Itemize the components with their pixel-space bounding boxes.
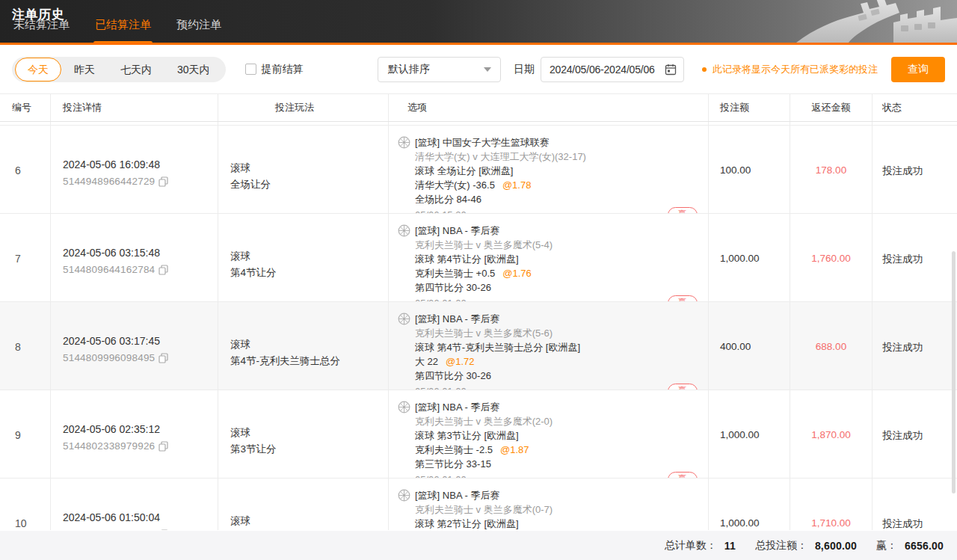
- summary-total-stake: 总投注额： 8,600.00: [755, 539, 857, 553]
- bet-time: 2024-05-06 03:17:45: [63, 335, 218, 347]
- cell-play: 滚球 全场让分: [218, 126, 389, 213]
- cell-status: 投注成功: [873, 214, 957, 301]
- result-badge: 赢: [668, 207, 698, 213]
- play-market: 第2节让分: [230, 529, 388, 530]
- cell-stake: 1,000.00: [709, 479, 790, 530]
- play-market: 第4节让分: [230, 265, 388, 281]
- play-type: 滚球: [230, 513, 388, 529]
- match-teams: 克利夫兰骑士 v 奥兰多魔术(0-7): [415, 502, 698, 517]
- summary-stake-value: 8,600.00: [815, 540, 857, 552]
- copy-icon[interactable]: [159, 353, 168, 363]
- great-wall-decoration: [781, 0, 957, 43]
- vertical-scrollbar[interactable]: [952, 251, 956, 493]
- play-type: 滚球: [230, 336, 388, 353]
- date-range-input[interactable]: 2024/05/06-2024/05/06: [541, 57, 684, 82]
- col-header-status: 状态: [873, 94, 957, 121]
- notice-dot: [702, 67, 707, 72]
- league-name: [篮球] NBA - 季后赛: [415, 312, 499, 326]
- match-score: 全场比分 84-46: [415, 192, 698, 206]
- cell-stake: 100.00: [709, 126, 790, 213]
- play-type: 滚球: [230, 425, 388, 441]
- sort-select-value: 默认排序: [388, 63, 430, 76]
- tab-reserved[interactable]: 预约注单: [175, 18, 223, 38]
- cell-payout: 1,760.00: [790, 214, 873, 301]
- bet-pick: 大 22: [415, 356, 438, 367]
- quick-filter-30days[interactable]: 30天内: [164, 58, 223, 81]
- order-history-page: 注单历史 未结算注单 已结算注单 预约注单 今天 昨天 七天内 30天内 提前结…: [0, 0, 957, 560]
- cell-payout: 688.00: [790, 302, 873, 390]
- play-market: 全场让分: [230, 176, 388, 193]
- league-name: [篮球] 中国女子大学生篮球联赛: [415, 135, 550, 150]
- match-score: 第三节比分 33-15: [415, 457, 698, 471]
- cell-stake: 1,000.00: [709, 390, 790, 478]
- bet-market: 滚球 全场让分 [欧洲盘]: [415, 164, 698, 178]
- sort-select[interactable]: 默认排序: [378, 57, 501, 82]
- bet-market: 滚球 第3节让分 [欧洲盘]: [415, 428, 698, 443]
- match-time: 05/06 01:00: [415, 473, 467, 478]
- summary-win: 赢： 6656.00: [876, 539, 944, 553]
- basketball-icon: [398, 489, 410, 502]
- notice: 此记录将显示今天所有已派奖彩的投注: [702, 63, 878, 76]
- cell-no: 8: [0, 302, 51, 390]
- copy-icon[interactable]: [159, 176, 168, 187]
- cell-stake: 1,000.00: [709, 214, 790, 301]
- search-button[interactable]: 查询: [891, 57, 945, 82]
- bet-time: 2024-05-06 03:15:48: [63, 247, 218, 259]
- quick-filter-7days[interactable]: 七天内: [108, 58, 164, 81]
- quick-date-group: 今天 昨天 七天内 30天内: [12, 57, 226, 82]
- cell-detail: 2024-05-06 02:35:12 5144802338979926: [51, 390, 218, 478]
- col-header-detail: 投注详情: [51, 94, 218, 121]
- cell-option: [篮球] NBA - 季后赛 克利夫兰骑士 v 奥兰多魔术(5-6) 滚球 第4…: [389, 302, 709, 390]
- play-type: 滚球: [230, 160, 388, 176]
- tab-unsettled[interactable]: 未结算注单: [12, 18, 71, 38]
- summary-count-label: 总计单数：: [665, 539, 717, 553]
- bet-id: 5144809644162784: [63, 264, 155, 275]
- cell-status: 投注成功: [873, 390, 957, 478]
- cell-status: 投注成功: [873, 302, 957, 390]
- copy-icon[interactable]: [159, 441, 168, 452]
- cell-no: 10: [0, 479, 51, 530]
- match-teams: 清华大学(女) v 大连理工大学(女)(32-17): [415, 150, 698, 164]
- basketball-icon: [398, 313, 410, 325]
- cell-play: 滚球 第4节-克利夫兰骑士总分: [218, 302, 389, 390]
- quick-filter-today[interactable]: 今天: [15, 58, 61, 81]
- bet-time: 2024-05-06 02:35:12: [63, 423, 218, 435]
- table-body: 6 2024-05-06 16:09:48 5144948966442729 滚…: [0, 122, 957, 531]
- cell-option: [篮球] 中国女子大学生篮球联赛 清华大学(女) v 大连理工大学(女)(32-…: [389, 126, 709, 213]
- basketball-icon: [398, 401, 410, 413]
- bet-odds: @1.78: [502, 179, 532, 191]
- chevron-down-icon: [484, 67, 491, 72]
- quick-filter-yesterday[interactable]: 昨天: [61, 58, 108, 81]
- league-name: [篮球] NBA - 季后赛: [415, 400, 499, 414]
- cell-play: 滚球 第4节让分: [218, 214, 389, 301]
- bet-id: 5144809996098495: [63, 352, 155, 363]
- col-header-play: 投注玩法: [218, 94, 389, 121]
- copy-icon[interactable]: [159, 529, 168, 531]
- bet-market: 滚球 第4节让分 [欧洲盘]: [415, 252, 698, 266]
- calendar-icon[interactable]: [665, 64, 677, 76]
- cell-option: [篮球] NBA - 季后赛 克利夫兰骑士 v 奥兰多魔术(5-4) 滚球 第4…: [389, 214, 709, 301]
- tab-settled[interactable]: 已结算注单: [93, 18, 153, 38]
- league-name: [篮球] NBA - 季后赛: [415, 224, 499, 238]
- match-time: 05/06 15:30: [415, 208, 467, 213]
- table-header: 编号 投注详情 投注玩法 选项 投注额 返还金额 状态: [0, 93, 957, 122]
- summary-win-value: 6656.00: [905, 540, 944, 552]
- bet-market: 滚球 第4节-克利夫兰骑士总分 [欧洲盘]: [415, 340, 698, 354]
- bet-id: 5144784944938106: [63, 529, 155, 530]
- bet-time: 2024-05-06 16:09:48: [63, 159, 218, 170]
- bet-id: 5144948966442729: [63, 176, 155, 187]
- result-badge: 赢: [668, 472, 698, 478]
- early-settle-checkbox[interactable]: 提前结算: [245, 63, 304, 76]
- page-header: 注单历史 未结算注单 已结算注单 预约注单: [0, 0, 957, 45]
- cell-detail: 2024-05-06 03:15:48 5144809644162784: [51, 214, 218, 301]
- checkbox-icon[interactable]: [245, 64, 256, 75]
- result-badge: 赢: [668, 384, 698, 390]
- bet-odds: @1.76: [502, 268, 532, 279]
- cell-stake: 400.00: [709, 302, 790, 390]
- table-row: 9 2024-05-06 02:35:12 5144802338979926 滚…: [0, 390, 957, 479]
- cell-play: 滚球 第2节让分: [218, 479, 389, 530]
- summary-count-value: 11: [724, 540, 736, 552]
- copy-icon[interactable]: [159, 265, 168, 275]
- play-type: 滚球: [230, 248, 388, 265]
- league-name: [篮球] NBA - 季后赛: [415, 488, 499, 502]
